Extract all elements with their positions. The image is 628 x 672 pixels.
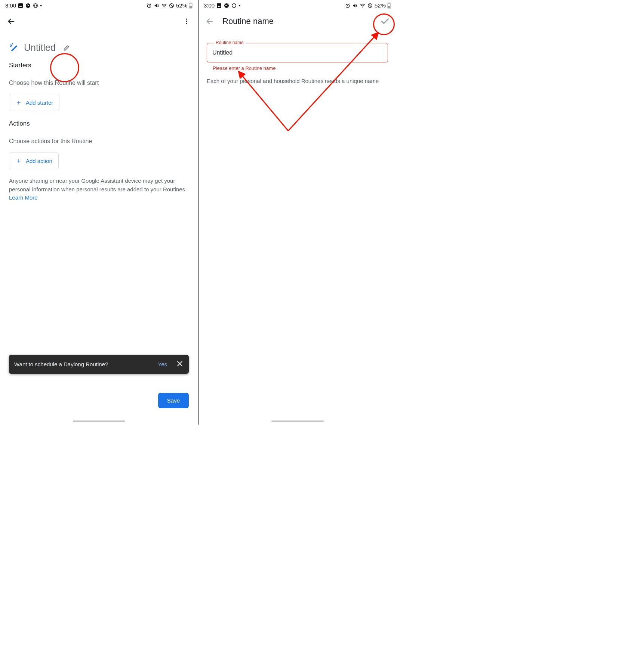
battery-icon	[189, 3, 193, 9]
svg-rect-0	[18, 3, 23, 8]
routine-title: Untitled	[24, 42, 56, 53]
wifi-icon	[360, 3, 366, 9]
save-button[interactable]: Save	[158, 393, 189, 408]
baseball-icon	[231, 3, 237, 9]
plus-icon: ＋	[15, 98, 22, 107]
page-title: Routine name	[222, 16, 274, 26]
privacy-info: Anyone sharing or near your Google Assis…	[0, 174, 198, 205]
field-error: Please enter a Routine name	[207, 65, 388, 71]
photo-icon	[18, 3, 24, 9]
actions-heading: Actions	[9, 120, 189, 127]
confirm-button[interactable]	[378, 15, 392, 28]
no-sim-icon	[169, 3, 175, 9]
add-action-button[interactable]: ＋ Add action	[9, 152, 59, 169]
svg-rect-19	[388, 3, 390, 3]
svg-rect-20	[388, 6, 390, 8]
status-battery-text: 52%	[375, 2, 386, 9]
overflow-menu-button[interactable]	[180, 15, 193, 28]
svg-point-9	[186, 19, 187, 20]
add-starter-button[interactable]: ＋ Add starter	[9, 94, 59, 111]
routine-name-input[interactable]	[207, 43, 388, 62]
battery-icon	[387, 3, 391, 9]
daylong-snackbar: Want to schedule a Daylong Routine? Yes	[9, 355, 189, 374]
messenger-icon	[224, 3, 230, 9]
more-vert-icon	[183, 18, 190, 25]
svg-point-16	[362, 7, 363, 7]
back-button[interactable]	[4, 15, 18, 28]
gesture-nav-bar[interactable]	[73, 420, 125, 422]
gesture-nav-bar[interactable]	[271, 420, 324, 422]
screen-routine-edit: 3:00 • 52%	[0, 0, 198, 425]
alarm-icon	[146, 3, 152, 9]
starters-heading: Starters	[9, 62, 189, 69]
arrow-back-icon	[206, 17, 214, 25]
baseball-icon	[33, 3, 39, 9]
status-battery-text: 52%	[176, 2, 187, 9]
app-bar	[0, 11, 198, 32]
screen-routine-name: 3:00 • 52% Routine name	[198, 0, 396, 425]
pencil-icon	[63, 43, 71, 52]
photo-icon	[216, 3, 222, 9]
snackbar-close-button[interactable]	[176, 360, 184, 369]
magic-wand-icon	[9, 42, 19, 53]
starters-section: Starters Choose how this Routine will st…	[0, 57, 198, 115]
app-bar: Routine name	[198, 11, 396, 32]
svg-rect-7	[190, 3, 191, 3]
messenger-icon	[25, 3, 31, 9]
actions-section: Actions Choose actions for this Routine …	[0, 115, 198, 174]
status-time: 3:00	[204, 2, 215, 9]
close-icon	[176, 360, 184, 367]
svg-rect-12	[217, 3, 221, 8]
field-label: Routine name	[213, 40, 246, 45]
routine-name-field-wrap: Routine name Please enter a Routine name	[198, 32, 396, 71]
status-bar: 3:00 • 52%	[0, 0, 198, 11]
routine-title-row: Untitled	[0, 32, 198, 57]
starters-subtext: Choose how this Routine will start	[9, 80, 189, 86]
alarm-icon	[345, 3, 351, 9]
svg-point-10	[186, 21, 187, 22]
add-action-label: Add action	[26, 158, 52, 164]
svg-point-11	[186, 23, 187, 24]
snackbar-text: Want to schedule a Daylong Routine?	[14, 361, 108, 367]
arrow-back-icon	[7, 17, 15, 25]
learn-more-link[interactable]: Learn More	[9, 194, 38, 201]
edit-name-button[interactable]	[60, 41, 74, 54]
mute-icon	[154, 3, 160, 9]
mute-icon	[352, 3, 358, 9]
plus-icon: ＋	[15, 156, 22, 165]
back-button[interactable]	[203, 15, 216, 28]
snackbar-yes-button[interactable]: Yes	[158, 361, 167, 367]
status-time: 3:00	[5, 2, 16, 9]
bottom-bar: Save	[0, 386, 198, 425]
no-sim-icon	[367, 3, 373, 9]
wifi-icon	[161, 3, 167, 9]
svg-point-4	[164, 7, 164, 7]
svg-rect-8	[190, 6, 192, 8]
add-starter-label: Add starter	[26, 99, 53, 106]
actions-subtext: Choose actions for this Routine	[9, 138, 189, 145]
helper-text: Each of your personal and household Rout…	[198, 71, 396, 92]
more-notifications-dot: •	[238, 3, 240, 8]
check-icon	[380, 16, 390, 26]
privacy-text: Anyone sharing or near your Google Assis…	[9, 178, 187, 192]
more-notifications-dot: •	[40, 3, 42, 8]
status-bar: 3:00 • 52%	[198, 0, 396, 11]
